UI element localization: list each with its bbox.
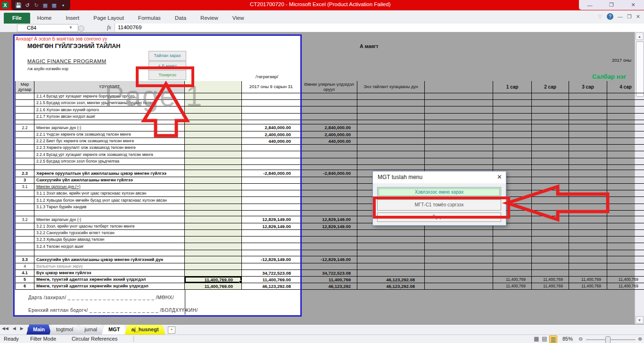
cell-prev[interactable]: 2,400,000.00: [301, 131, 357, 138]
cell-m2[interactable]: [532, 211, 569, 216]
cell-gap[interactable]: [425, 165, 493, 170]
cell-m3[interactable]: [569, 263, 607, 270]
ribbon-tab-review[interactable]: Review: [193, 13, 225, 24]
cell-val[interactable]: 46,123,292.08: [242, 283, 301, 290]
cell-green[interactable]: [185, 100, 242, 106]
cell-m1[interactable]: [493, 151, 532, 158]
cell-num[interactable]: [15, 138, 34, 145]
ribbon-tab-page-layout[interactable]: Page Layout: [86, 13, 131, 24]
next-sheet-icon[interactable]: ▶: [20, 326, 24, 331]
cell-prev[interactable]: [301, 114, 357, 120]
cell-m2[interactable]: [532, 223, 569, 230]
cell-label[interactable]: 2.2.1 Үндсэн хөрөнгө олж эзэмшихэд төлсө…: [34, 131, 185, 138]
cell-m3[interactable]: [569, 145, 607, 151]
cell-label[interactable]: Мөнгө, түүнтэй адилтгах хөрөнгийн эцсийн…: [34, 283, 185, 290]
cell-val[interactable]: [242, 106, 301, 114]
cell-m1[interactable]: 11,400,769: [493, 277, 532, 283]
cell-val[interactable]: 12,829,149.00: [242, 216, 301, 223]
cell-m2[interactable]: [532, 263, 569, 270]
cell-m1[interactable]: [493, 131, 532, 138]
cell-m2[interactable]: [532, 170, 569, 177]
cell-cur[interactable]: 46,123,292.08: [357, 283, 425, 290]
cell-label[interactable]: 3.2.4 Төлсөн ногдол ашиг: [34, 243, 185, 250]
cell-num[interactable]: [15, 165, 34, 170]
cell-gap[interactable]: [425, 120, 493, 124]
cell-m3[interactable]: [569, 170, 607, 177]
cell-m2[interactable]: [532, 256, 569, 263]
cell-gap[interactable]: [425, 243, 493, 250]
cell-label[interactable]: Хөрөнгө оруулалтын үйл ажиллагааны цэвэр…: [34, 170, 185, 177]
cell-gap[interactable]: [425, 250, 493, 256]
cell-gap[interactable]: [425, 277, 493, 283]
cell-green[interactable]: [185, 93, 242, 100]
cell-num[interactable]: [15, 145, 34, 151]
cell-m4[interactable]: [607, 158, 644, 165]
cell-green[interactable]: [185, 204, 242, 211]
cell-m4[interactable]: [607, 138, 644, 145]
cell-m1[interactable]: [493, 250, 532, 256]
cell-gap[interactable]: [425, 237, 493, 243]
cell-m1[interactable]: [493, 158, 532, 165]
cell-green[interactable]: [185, 124, 242, 131]
cell-cur[interactable]: [357, 151, 425, 158]
cell-m4[interactable]: [607, 177, 644, 184]
cell-num[interactable]: 6: [15, 283, 34, 290]
cell-gap[interactable]: [425, 230, 493, 237]
doc-close-icon[interactable]: ✕: [636, 14, 640, 20]
cell-num[interactable]: [15, 131, 34, 138]
cell-gap[interactable]: [425, 151, 493, 158]
cell-val[interactable]: [242, 114, 301, 120]
cell-prev[interactable]: [301, 204, 357, 211]
ribbon-tab-data[interactable]: Data: [168, 13, 193, 24]
cell-m4[interactable]: [607, 131, 644, 138]
cell-green[interactable]: [185, 256, 242, 263]
cell-m3[interactable]: 11,400,769: [569, 283, 607, 290]
insert-function-icon[interactable]: fx: [107, 24, 111, 31]
cell-m2[interactable]: [532, 177, 569, 184]
zoom-slider-track[interactable]: [586, 339, 636, 340]
cell-m1[interactable]: [493, 114, 532, 120]
cell-m3[interactable]: [569, 211, 607, 216]
cell-gap[interactable]: [425, 270, 493, 277]
ribbon-tab-view[interactable]: View: [225, 13, 251, 24]
cell-label[interactable]: Вальютын ханшын зөрүү: [34, 263, 185, 270]
cell-prev[interactable]: -12,829,149.00: [301, 256, 357, 263]
qat-customize-icon[interactable]: ▾: [60, 2, 66, 8]
cell-prev[interactable]: [301, 177, 357, 184]
cell-prev[interactable]: [301, 100, 357, 106]
cell-gap[interactable]: [425, 138, 493, 145]
cell-val[interactable]: [242, 145, 301, 151]
cell-gap[interactable]: [425, 145, 493, 151]
cell-prev[interactable]: [301, 106, 357, 114]
cell-num[interactable]: 2.2: [15, 124, 34, 131]
cell-m2[interactable]: [532, 120, 569, 124]
cell-cur[interactable]: [357, 256, 425, 263]
cell-prev[interactable]: [301, 158, 357, 165]
cell-m3[interactable]: 11,400,769: [569, 277, 607, 283]
scroll-up-icon[interactable]: ▲: [636, 33, 644, 40]
cell-gap[interactable]: [425, 124, 493, 131]
cell-label[interactable]: 2.2.5 Бусдад олгосон зээл болон урьдчилг…: [34, 158, 185, 165]
cell-val[interactable]: [242, 263, 301, 270]
cell-m3[interactable]: [569, 223, 607, 230]
cell-gap[interactable]: [425, 114, 493, 120]
cell-val[interactable]: [242, 197, 301, 204]
cell-green[interactable]: [185, 106, 242, 114]
cell-green[interactable]: [185, 151, 242, 158]
cell-m4[interactable]: [607, 165, 644, 170]
cell-label[interactable]: 3.1.1 Зээл авсан, өрийн үнэт цаас гаргас…: [34, 190, 185, 197]
report-view-button[interactable]: Тайлан харах: [149, 51, 186, 61]
cell-cur[interactable]: [357, 230, 425, 237]
cell-gap[interactable]: [425, 263, 493, 270]
cell-prev[interactable]: [301, 120, 357, 124]
page-layout-view-icon[interactable]: ▤: [541, 335, 548, 343]
doc-restore-icon[interactable]: ❐: [627, 14, 632, 20]
cell-m1[interactable]: [493, 243, 532, 250]
cell-cur[interactable]: [357, 131, 425, 138]
cell-num[interactable]: 2.3: [15, 170, 34, 177]
cell-label[interactable]: Санхүүгийн үйл ажиллагааны цэвэр мөнгөн …: [34, 256, 185, 263]
cell-val[interactable]: 2,400,000.00: [242, 131, 301, 138]
close-button[interactable]: ✕: [626, 2, 640, 8]
cell-val[interactable]: [242, 184, 301, 190]
zoom-in-icon[interactable]: ⊕: [638, 336, 642, 342]
